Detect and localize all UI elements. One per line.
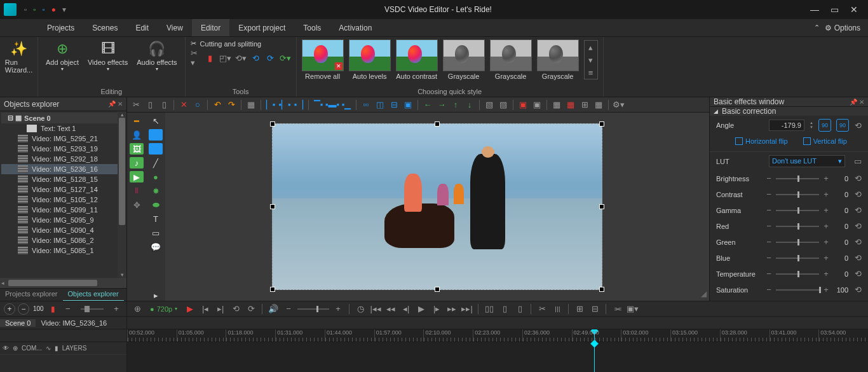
tab-projects-explorer[interactable]: Projects explorer [0,289,63,301]
tree-item[interactable]: Video: IMG_5105_12 [1,195,125,205]
maximize-button[interactable]: ▭ [831,4,839,15]
menu-projects[interactable]: Projects [38,19,83,36]
circle-icon[interactable]: ○ [191,99,204,111]
resize-handle-ml[interactable] [270,204,275,209]
run-wizard-button[interactable]: ✨ Run Wizard... [3,39,35,75]
menu-scenes[interactable]: Scenes [83,19,126,36]
resize-handle-bc[interactable] [435,287,440,292]
pen-tool-icon[interactable]: ╱ [149,157,163,169]
slider-minus[interactable]: − [766,174,772,183]
ripple-icon[interactable]: ⫼ [551,303,564,315]
slider-minus[interactable]: − [766,269,772,279]
bring-forward-icon[interactable]: ▧ [483,99,496,111]
slider-plus[interactable]: + [823,285,829,294]
chat-tool-icon[interactable]: 💬 [149,241,163,252]
rotate-90-button[interactable]: 90 [818,119,831,132]
slider-plus[interactable]: + [823,269,829,279]
mark-in-icon[interactable]: ▯▯ [483,303,496,315]
horizontal-flip-checkbox[interactable]: Horizontal flip [735,137,788,145]
split-at-icon[interactable]: ✂ [536,303,548,315]
slider-reset-icon[interactable]: ⟲ [855,253,862,263]
person-tool-icon[interactable]: 👤 [130,129,144,141]
slider-reset-icon[interactable]: ⟲ [855,205,862,215]
lut-select[interactable]: Don't use LUT▾ [769,155,845,167]
tree-item[interactable]: Video: IMG_5295_21 [1,134,125,144]
line-tool-icon[interactable]: ━ [130,115,144,127]
preview-canvas[interactable]: ◢ [165,113,709,301]
style-auto-levels[interactable]: Auto levels [349,39,391,80]
next-frame-icon[interactable]: |▸ [430,303,443,315]
align-left-icon[interactable]: ▏▪ [264,99,277,111]
rotate-neg90-button[interactable]: 90 [836,119,849,132]
rect2-tool-icon[interactable] [149,143,163,155]
pin-icon[interactable]: 📌 ✕ [108,100,123,107]
tooltip-tool-icon[interactable]: ▭ [149,227,163,238]
slider-plus[interactable]: + [823,189,829,199]
expand-tools-icon[interactable]: ▸ [149,289,163,301]
align-top-icon[interactable]: ▔▪ [312,99,325,111]
crop-tool-icon[interactable]: ◰▾ [219,52,231,64]
reset-icon[interactable]: ⟳ [245,303,257,315]
slider-minus[interactable]: − [766,253,772,263]
arrow-up-icon[interactable]: ↑ [449,99,462,111]
menu-tools[interactable]: Tools [294,19,330,36]
qa-icon-3[interactable]: ▫ [43,5,45,14]
same-size-icon[interactable]: ▣ [402,99,414,111]
tree-item[interactable]: Video: IMG_5128_15 [1,174,125,184]
rect-tool-icon[interactable] [149,129,163,141]
volume-icon[interactable]: 🔊 [267,303,280,315]
trim-tool-icon[interactable]: ▮ [205,52,215,64]
cut-tool-icon[interactable]: ✂▾ [191,52,201,64]
timeline-minus-icon[interactable]: − [62,303,74,315]
loop-icon[interactable]: ⟲ [229,303,242,315]
paste-icon[interactable]: ▯ [158,99,170,111]
resolution-selector[interactable]: ●720p▾ [146,305,181,313]
snap-icon[interactable]: ⊞ [573,303,586,315]
rewind-icon[interactable]: ◂◂ [384,303,397,315]
text-tool-icon[interactable]: T [149,213,163,224]
blob-tool-icon[interactable]: ⬬ [149,199,163,210]
track-hdr-com[interactable]: 👁 ⊕ COM... ∿ ▮ LAYERS [0,342,126,355]
play-icon[interactable]: ▶ [415,303,428,315]
rotate-90-ccw-icon[interactable]: ⟲ [250,52,261,64]
cutting-splitting-button[interactable]: Cutting and splitting [200,40,262,48]
slider-track[interactable] [776,210,819,211]
clock-icon[interactable]: ◷ [354,303,367,315]
qa-icon-1[interactable]: ▫ [24,5,27,14]
rotate-90-cw-icon[interactable]: ⟳ [265,52,276,64]
timeline-tracks[interactable] [127,342,868,372]
slider-minus[interactable]: − [766,205,772,215]
zoom-in-icon[interactable]: + [4,303,15,315]
slider-plus[interactable]: + [823,205,829,215]
grid4-icon[interactable]: ▦ [592,99,605,111]
resize-handle-tc[interactable] [435,121,440,127]
tree-item[interactable]: Video: IMG_5086_2 [1,235,125,245]
play-tool-icon[interactable]: ▶ [130,171,144,183]
settings-icon[interactable]: ⚙▾ [612,99,625,111]
slider-track[interactable] [776,226,819,227]
minimize-button[interactable]: — [810,4,819,15]
rotate-tool-icon[interactable]: ⟲▾ [235,52,247,64]
crumb-video[interactable]: Video: IMG_5236_16 [36,319,112,327]
tree-item[interactable]: Video: IMG_5099_11 [1,205,125,215]
pin-icon[interactable]: 📌 ✕ [850,99,864,106]
canvas-corner-icon[interactable]: ◢ [701,289,707,298]
eye-icon[interactable]: 👁 [3,345,9,352]
mark-b-icon[interactable]: ▯ [513,303,526,315]
angle-reset-icon[interactable]: ⟲ [855,121,862,130]
mark-a-icon[interactable]: ▯ [498,303,511,315]
slider-track[interactable] [776,242,819,243]
qa-icon-2[interactable]: ▫ [33,5,36,14]
slider-reset-icon[interactable]: ⟲ [855,189,862,199]
menu-edit[interactable]: Edit [126,19,158,36]
scroll-down[interactable]: ▾ [118,272,126,278]
slider-plus[interactable]: + [823,174,829,183]
slider-plus[interactable]: + [823,253,829,263]
lut-browse-icon[interactable]: ▭ [854,156,862,166]
tree-item[interactable]: Video: IMG_5236_16 [1,164,125,174]
slider-reset-icon[interactable]: ⟲ [855,269,862,279]
video-frame[interactable] [272,123,602,290]
tree-item[interactable]: Video: IMG_5292_18 [1,154,125,164]
vol-minus[interactable]: − [282,303,295,315]
more-tool-icon[interactable]: ⟳▾ [280,52,291,64]
